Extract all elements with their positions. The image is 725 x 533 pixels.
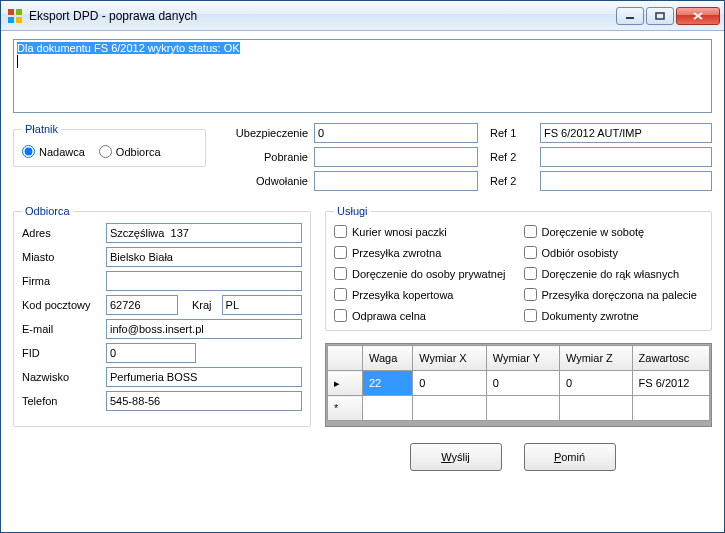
- titlebar[interactable]: Eksport DPD - poprawa danych: [1, 1, 724, 31]
- firma-input[interactable]: [106, 271, 302, 291]
- new-row-icon: *: [328, 396, 363, 421]
- kod-input[interactable]: [106, 295, 178, 315]
- payer-legend: Płatnik: [22, 123, 61, 135]
- payer-odbiorca-radio[interactable]: [99, 145, 112, 158]
- nazwisko-input[interactable]: [106, 367, 302, 387]
- ubezpieczenie-input[interactable]: [314, 123, 478, 143]
- odwolanie-input[interactable]: [314, 171, 478, 191]
- pobranie-label: Pobranie: [218, 151, 314, 163]
- service-label: Odbiór osobisty: [542, 247, 618, 259]
- cell-wymiary[interactable]: 0: [486, 371, 559, 396]
- service-option[interactable]: Odprawa celna: [334, 309, 514, 322]
- grid-header-zawartosc[interactable]: Zawartosc: [632, 346, 709, 371]
- service-option[interactable]: Przesyłka doręczona na palecie: [524, 288, 704, 301]
- adres-input[interactable]: [106, 223, 302, 243]
- kod-label: Kod pocztowy: [22, 299, 106, 311]
- table-new-row[interactable]: *: [328, 396, 710, 421]
- service-label: Odprawa celna: [352, 310, 426, 322]
- cell-wymiarx[interactable]: 0: [413, 371, 486, 396]
- svg-rect-5: [656, 13, 664, 19]
- row-indicator-icon: ▸: [328, 371, 363, 396]
- app-icon: [7, 8, 23, 24]
- window: Eksport DPD - poprawa danych Dla dokumen…: [0, 0, 725, 533]
- service-checkbox[interactable]: [524, 225, 537, 238]
- grid-header-wymiarx[interactable]: Wymiar X: [413, 346, 486, 371]
- maximize-button[interactable]: [646, 7, 674, 25]
- adres-label: Adres: [22, 227, 106, 239]
- kraj-input[interactable]: [222, 295, 302, 315]
- service-option[interactable]: Przesyłka kopertowa: [334, 288, 514, 301]
- ref2b-input[interactable]: [540, 171, 712, 191]
- telefon-label: Telefon: [22, 395, 106, 407]
- email-input[interactable]: [106, 319, 302, 339]
- status-text: Dla dokumentu FS 6/2012 wykryto status: …: [17, 42, 240, 54]
- mid-fields: Ubezpieczenie Pobranie Odwołanie: [218, 123, 478, 195]
- pobranie-input[interactable]: [314, 147, 478, 167]
- service-label: Przesyłka zwrotna: [352, 247, 441, 259]
- svg-rect-2: [8, 17, 14, 23]
- service-option[interactable]: Przesyłka zwrotna: [334, 246, 514, 259]
- packages-grid[interactable]: Waga Wymiar X Wymiar Y Wymiar Z Zawartos…: [325, 343, 712, 427]
- ref2a-input[interactable]: [540, 147, 712, 167]
- recipient-groupbox: Odbiorca Adres Miasto Firma Kod pocztowy…: [13, 205, 311, 427]
- grid-header-wymiarz[interactable]: Wymiar Z: [559, 346, 632, 371]
- miasto-label: Miasto: [22, 251, 106, 263]
- telefon-input[interactable]: [106, 391, 302, 411]
- grid-corner[interactable]: [328, 346, 363, 371]
- service-label: Doręczenie do rąk własnych: [542, 268, 680, 280]
- service-checkbox[interactable]: [524, 309, 537, 322]
- payer-groupbox: Płatnik Nadawca Odbiorca: [13, 123, 206, 167]
- payer-nadawca-option[interactable]: Nadawca: [22, 145, 85, 158]
- service-label: Doręczenie w sobotę: [542, 226, 645, 238]
- services-legend: Usługi: [334, 205, 371, 217]
- fid-input[interactable]: [106, 343, 196, 363]
- firma-label: Firma: [22, 275, 106, 287]
- service-option[interactable]: Doręczenie w sobotę: [524, 225, 704, 238]
- recipient-legend: Odbiorca: [22, 205, 73, 217]
- window-title: Eksport DPD - poprawa danych: [29, 9, 197, 23]
- grid-header-waga[interactable]: Waga: [363, 346, 413, 371]
- skip-button[interactable]: Pomiń: [524, 443, 616, 471]
- text-caret: [17, 55, 18, 68]
- ref1-input[interactable]: [540, 123, 712, 143]
- ref1-label: Ref 1: [490, 127, 540, 139]
- service-checkbox[interactable]: [334, 246, 347, 259]
- service-checkbox[interactable]: [334, 288, 347, 301]
- kraj-label: Kraj: [192, 299, 212, 311]
- service-checkbox[interactable]: [524, 246, 537, 259]
- service-checkbox[interactable]: [334, 225, 347, 238]
- service-label: Doręczenie do osoby prywatnej: [352, 268, 505, 280]
- odwolanie-label: Odwołanie: [218, 175, 314, 187]
- ref-fields: Ref 1 Ref 2 Ref 2: [490, 123, 712, 195]
- cell-waga[interactable]: 22: [363, 371, 413, 396]
- service-option[interactable]: Odbiór osobisty: [524, 246, 704, 259]
- service-option[interactable]: Doręczenie do rąk własnych: [524, 267, 704, 280]
- cell-wymiarz[interactable]: 0: [559, 371, 632, 396]
- ubezpieczenie-label: Ubezpieczenie: [218, 127, 314, 139]
- table-row[interactable]: ▸ 22 0 0 0 FS 6/2012: [328, 371, 710, 396]
- payer-odbiorca-option[interactable]: Odbiorca: [99, 145, 161, 158]
- service-label: Dokumenty zwrotne: [542, 310, 639, 322]
- service-checkbox[interactable]: [334, 309, 347, 322]
- miasto-input[interactable]: [106, 247, 302, 267]
- service-checkbox[interactable]: [524, 267, 537, 280]
- email-label: E-mail: [22, 323, 106, 335]
- close-button[interactable]: [676, 7, 720, 25]
- grid-header-wymiary[interactable]: Wymiar Y: [486, 346, 559, 371]
- payer-nadawca-radio[interactable]: [22, 145, 35, 158]
- service-option[interactable]: Doręczenie do osoby prywatnej: [334, 267, 514, 280]
- service-option[interactable]: Dokumenty zwrotne: [524, 309, 704, 322]
- services-groupbox: Usługi Kurier wnosi paczkiDoręczenie w s…: [325, 205, 712, 331]
- service-label: Przesyłka kopertowa: [352, 289, 454, 301]
- send-button[interactable]: Wyślij: [410, 443, 502, 471]
- ref2b-label: Ref 2: [490, 175, 540, 187]
- svg-rect-3: [16, 17, 22, 23]
- minimize-button[interactable]: [616, 7, 644, 25]
- status-textarea[interactable]: Dla dokumentu FS 6/2012 wykryto status: …: [13, 39, 712, 113]
- fid-label: FID: [22, 347, 106, 359]
- service-checkbox[interactable]: [334, 267, 347, 280]
- service-label: Przesyłka doręczona na palecie: [542, 289, 697, 301]
- service-option[interactable]: Kurier wnosi paczki: [334, 225, 514, 238]
- cell-zawartosc[interactable]: FS 6/2012: [632, 371, 709, 396]
- service-checkbox[interactable]: [524, 288, 537, 301]
